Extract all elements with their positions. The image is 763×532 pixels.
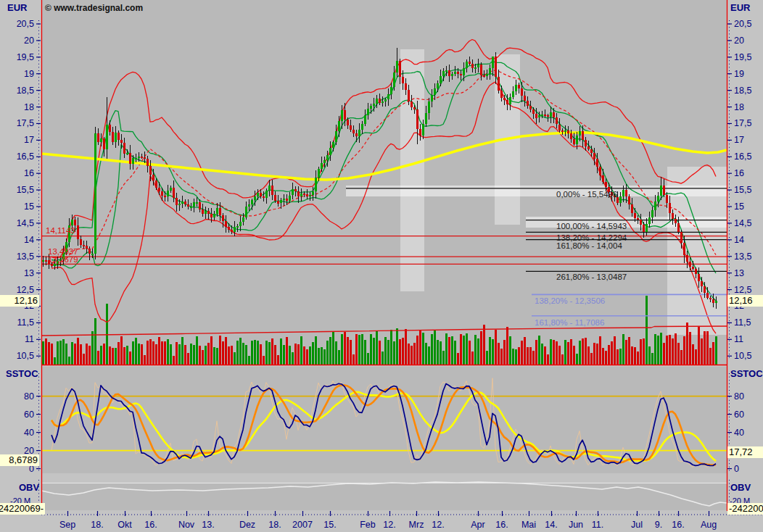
sstoc-tick-label-right: 40 (734, 428, 744, 438)
sstoc-value-label-left: 8,6789 (0, 454, 39, 466)
price-tick-label-left: 18 (24, 102, 34, 112)
chart-canvas[interactable]: 20,520,5202019,519,5191918,518,5181817,5… (0, 0, 763, 532)
price-plot-background (41, 0, 727, 365)
price-tick-label-left: 10,5 (17, 351, 34, 361)
x-axis-label: Jul (631, 520, 643, 530)
price-tick-label-right: 11 (734, 334, 743, 344)
price-tick-label-right: 12,5 (734, 285, 751, 295)
price-tick-label-right: 13 (734, 268, 744, 278)
price-tick-label-left: 14,5 (17, 218, 34, 228)
current-price-label-left: 12,16 (0, 295, 39, 307)
x-axis-label: 16. (144, 520, 157, 530)
x-axis-label: 11. (592, 520, 603, 530)
price-tick-label-right: 15 (734, 201, 744, 212)
x-axis-label: Sep (59, 520, 75, 530)
price-tick-label-left: 15,5 (17, 185, 34, 195)
fib-extension-label: 138,20% - 12,3506 (535, 296, 605, 305)
x-axis-label: Jun (569, 520, 583, 530)
price-tick-label-right: 20 (734, 36, 744, 46)
sstoc-value-label-right: 17,72 (727, 446, 763, 458)
price-tick-label-left: 14 (24, 235, 34, 245)
highlight-band (400, 49, 424, 291)
sstoc-tick-label-right: 60 (734, 410, 744, 420)
sstoc-tick-label-left: 40 (24, 428, 34, 438)
x-axis-label: 18. (91, 520, 103, 530)
fib-retracement-label: 100,00% - 14,5943 (556, 222, 627, 230)
price-tick-label-right: 13,5 (734, 252, 751, 262)
x-axis-label: 18. (268, 520, 281, 530)
x-axis-label: Mai (521, 520, 536, 530)
price-tick-label-left: 17 (24, 135, 34, 145)
x-axis-label: Okt (117, 520, 132, 530)
price-tick-label-left: 20 (24, 36, 34, 46)
price-tick-label-left: 17,5 (17, 118, 34, 128)
price-tick-label-right: 17,5 (734, 118, 751, 128)
price-tick-label-left: 13 (24, 268, 34, 278)
price-tick-label-right: 15,5 (734, 185, 751, 195)
price-tick-label-left: 16,5 (17, 151, 34, 162)
fib-retracement-label: 0,00% - 15,5496 (556, 190, 617, 199)
x-axis-label: Feb (360, 520, 376, 530)
price-tick-label-left: 15 (24, 201, 34, 212)
price-tick-label-right: 16 (734, 168, 744, 178)
price-tick-label-left: 16 (24, 168, 34, 178)
x-axis-label: 13. (202, 520, 214, 530)
x-axis-label: 14. (545, 520, 557, 530)
obv-plot-background (41, 483, 727, 510)
x-axis-label: Aug (701, 520, 717, 530)
price-level-label: 13,2679 (48, 255, 78, 264)
price-tick-label-right: 14 (734, 235, 744, 245)
x-axis-label: 12. (432, 520, 444, 530)
x-axis-label: 12. (383, 520, 395, 530)
price-level-label: 14,1143 (46, 226, 75, 235)
price-tick-label-right: 14,5 (734, 218, 751, 228)
price-tick-label-left: 12,5 (17, 285, 34, 295)
price-tick-label-left: 13,5 (17, 252, 34, 262)
price-tick-label-right: 17 (734, 135, 744, 145)
x-axis-label: 15. (323, 520, 336, 530)
sstoc-plot-background (41, 367, 727, 473)
sstoc-tick-label-right: 0 (734, 464, 739, 474)
obv-value-label-right: -24220069 (727, 503, 763, 515)
sstoc-tick-label-right: 80 (734, 391, 744, 402)
price-tick-label-right: 20,5 (734, 19, 751, 29)
fib-extension-label: 161,80% - 11,7086 (535, 318, 604, 327)
price-tick-label-left: 11,5 (17, 317, 34, 328)
price-tick-label-right: 10,5 (734, 351, 751, 361)
trading-chart-window: 20,520,5202019,519,5191918,518,5181817,5… (0, 0, 763, 532)
price-tick-label-left: 18,5 (17, 86, 34, 96)
price-tick-label-left: 20,5 (17, 19, 34, 29)
price-tick-label-right: 11,5 (734, 317, 751, 328)
price-tick-label-right: 18,5 (734, 86, 751, 96)
fib-retracement-label: 261,80% - 13,0487 (556, 273, 627, 281)
x-axis-label: Apr (471, 520, 484, 530)
x-axis-label: 2007 (292, 520, 313, 530)
obv-value-label-left: -24220069 (0, 503, 45, 515)
fib-retracement-label: 161,80% - 14,004 (556, 241, 622, 250)
time-axis-strip (0, 511, 763, 532)
x-axis-label: 16. (672, 520, 684, 530)
sstoc-tick-label-left: 60 (24, 410, 34, 420)
x-axis-label: Mrz (409, 520, 424, 530)
price-tick-label-left: 19,5 (17, 52, 34, 62)
x-axis-label: 9. (655, 520, 662, 530)
sstoc-tick-label-left: 80 (24, 391, 34, 402)
current-price-label-right: 12,16 (727, 295, 763, 307)
price-tick-label-right: 19,5 (734, 52, 751, 62)
x-axis-label: Dez (239, 520, 255, 530)
price-tick-label-left: 11 (25, 334, 34, 344)
x-axis-label: 16. (495, 520, 508, 530)
fib-row-band (346, 186, 727, 196)
x-axis-label: Nov (178, 520, 195, 530)
price-tick-label-right: 16,5 (734, 151, 751, 162)
price-tick-label-right: 19 (734, 69, 744, 79)
price-tick-label-right: 18 (734, 102, 744, 112)
price-tick-label-left: 19 (24, 69, 34, 79)
